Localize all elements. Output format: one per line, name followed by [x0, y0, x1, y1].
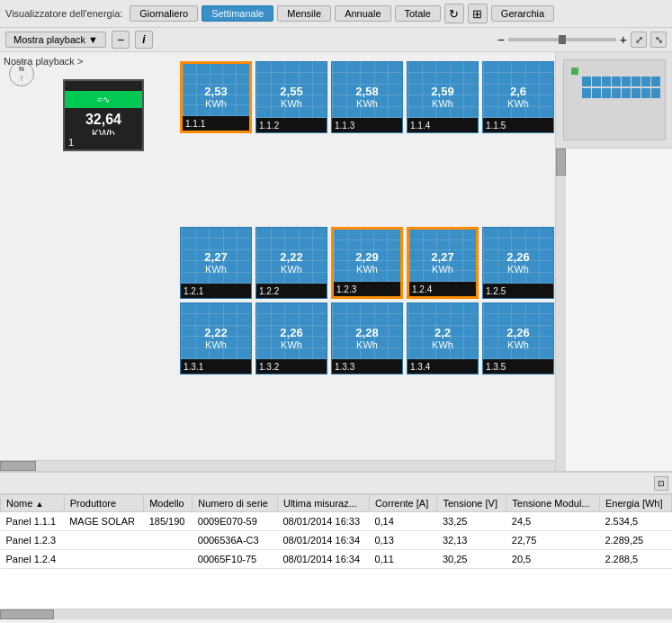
data-table: Nome ▲ Produttore Modello Numero di seri… — [0, 494, 672, 569]
table-cell-5: 0,14 — [369, 512, 437, 531]
panel-row-1: 2,53 KWh 1.1.1 2,55 KWh 1.1.2 2,58 KWh 1… — [180, 61, 555, 133]
fit-view-button[interactable]: ⤢ — [631, 32, 647, 48]
col-tensione-mod[interactable]: Tensione Modul... — [506, 495, 600, 512]
device-status-bar: ≈∿ — [65, 91, 142, 108]
table-cell-2 — [144, 550, 193, 569]
table-cell-6: 33,25 — [437, 512, 506, 531]
panel-1-1-1[interactable]: 2,53 KWh 1.1.1 — [180, 61, 252, 133]
panel-1-3-5[interactable]: 2,26 KWh 1.3.5 — [482, 302, 554, 375]
hierarchy-button[interactable]: Gerarchia — [491, 5, 554, 22]
panel-row-2: 2,27 KWh 1.2.1 2,22 KWh 1.2.2 2,29 KWh 1… — [180, 227, 555, 299]
col-energia[interactable]: Energia [Wh] — [599, 495, 671, 512]
tab-mensile[interactable]: Mensile — [277, 5, 331, 22]
panel-1-3-4[interactable]: 2,2 KWh 1.3.4 — [407, 302, 479, 375]
panel-row-3: 2,22 KWh 1.3.1 2,26 KWh 1.3.2 2,28 KWh 1… — [180, 302, 555, 375]
table-row[interactable]: Panel 1.1.1MAGE SOLAR185/1900009E070-590… — [1, 512, 672, 531]
playback-arrow-icon: ▼ — [88, 34, 98, 45]
refresh-button[interactable]: ↻ — [444, 4, 464, 23]
table-cell-8: 2.289,25 — [599, 531, 671, 550]
table-cell-2 — [144, 531, 193, 550]
table-cell-3: 0009E070-59 — [193, 512, 278, 531]
table-cell-8: 2.534,5 — [599, 512, 671, 531]
table-cell-1 — [64, 531, 144, 550]
horizontal-table-scrollbar[interactable] — [0, 609, 672, 619]
tab-totale[interactable]: Totale — [395, 5, 441, 22]
table-cell-7: 22,75 — [506, 531, 600, 550]
scrollbar-thumb[interactable] — [556, 149, 566, 176]
panel-1-2-3[interactable]: 2,29 KWh 1.2.3 — [331, 227, 403, 299]
map-plus-icon: + — [620, 32, 627, 47]
horizontal-scrollbar[interactable] — [0, 460, 555, 471]
table-cell-5: 0,13 — [369, 531, 437, 550]
panel-1-3-1[interactable]: 2,22 KWh 1.3.1 — [180, 302, 252, 375]
device-wave-icon: ≈∿ — [97, 95, 110, 104]
panel-1-1-5[interactable]: 2,6 KWh 1.1.5 — [482, 61, 554, 133]
table-cell-8: 2.288,5 — [599, 550, 671, 569]
layout-button[interactable]: ⊞ — [468, 4, 488, 23]
table-cell-4: 08/01/2014 16:34 — [277, 531, 369, 550]
zoom-minus-button[interactable]: − — [112, 31, 130, 49]
table-cell-7: 24,5 — [506, 512, 600, 531]
table-cell-0: Panel 1.2.3 — [1, 531, 65, 550]
panel-1-1-4[interactable]: 2,59 KWh 1.1.4 — [407, 61, 479, 133]
col-produttore[interactable]: Produttore — [64, 495, 144, 512]
panel-1-3-3[interactable]: 2,28 KWh 1.3.3 — [331, 302, 403, 375]
table-cell-0: Panel 1.2.4 — [1, 550, 65, 569]
panels-container: 2,53 KWh 1.1.1 2,55 KWh 1.1.2 2,58 KWh 1… — [180, 61, 555, 378]
main-toolbar: Visualizzatore dell'energia: Giornaliero… — [0, 0, 672, 28]
col-modello[interactable]: Modello — [144, 495, 193, 512]
panel-1-1-2[interactable]: 2,55 KWh 1.1.2 — [255, 61, 327, 133]
device-value: 32,64 — [85, 112, 121, 128]
playback-button[interactable]: Mostra playback ▼ — [5, 32, 106, 48]
table-cell-3: 0006536A-C3 — [193, 531, 278, 550]
panel-1-3-2[interactable]: 2,26 KWh 1.3.2 — [255, 302, 327, 375]
map-minus-icon: − — [497, 32, 505, 47]
expand-view-button[interactable]: ⤡ — [650, 32, 667, 48]
table-row[interactable]: Panel 1.2.30006536A-C308/01/2014 16:340,… — [1, 531, 672, 550]
table-cell-4: 08/01/2014 16:33 — [277, 512, 369, 531]
table-cell-1: MAGE SOLAR — [64, 512, 144, 531]
table-cell-2: 185/190 — [144, 512, 193, 531]
table-cell-1 — [64, 550, 144, 569]
main-area: Nostra playback > N ↑ ≈∿ 32,64 KWh 1 2,5… — [0, 52, 672, 471]
col-tensione[interactable]: Tensione [V] — [437, 495, 506, 512]
table-cell-4: 08/01/2014 16:34 — [277, 550, 369, 569]
panel-1-2-5[interactable]: 2,26 KWh 1.2.5 — [482, 227, 554, 299]
toolbar2: Mostra playback ▼ − i − + ⤢ ⤡ — [0, 28, 672, 52]
table-cell-5: 0,11 — [369, 550, 437, 569]
col-ultima[interactable]: Ultima misuraz... — [277, 495, 369, 512]
device-id: 1 — [65, 135, 142, 149]
app-title: Visualizzatore dell'energia: — [5, 8, 122, 19]
tab-settimanale[interactable]: Settimanale — [202, 5, 273, 22]
info-button[interactable]: i — [135, 31, 153, 49]
minimap-inner — [563, 59, 666, 140]
panel-1-2-2[interactable]: 2,22 KWh 1.2.2 — [255, 227, 327, 299]
col-serial[interactable]: Numero di serie — [193, 495, 278, 512]
playback-label: Mostra playback — [13, 34, 85, 45]
col-corrente[interactable]: Corrente [A] — [369, 495, 437, 512]
panel-1-1-3[interactable]: 2,58 KWh 1.1.3 — [331, 61, 403, 133]
canvas-area: Nostra playback > N ↑ ≈∿ 32,64 KWh 1 2,5… — [0, 52, 555, 471]
table-cell-0: Panel 1.1.1 — [1, 512, 65, 531]
tab-giornaliero[interactable]: Giornaliero — [130, 5, 198, 22]
bottom-table-area: ⊡ Nome ▲ Produttore Modello Numero di se… — [0, 471, 672, 619]
column-resize-button[interactable]: ⊡ — [654, 476, 668, 491]
table-cell-6: 30,25 — [437, 550, 506, 569]
col-nome[interactable]: Nome ▲ — [1, 495, 65, 512]
table-scrollbar-thumb[interactable] — [0, 609, 54, 619]
panel-1-2-1[interactable]: 2,27 KWh 1.2.1 — [180, 227, 252, 299]
nostra-playback-label: Nostra playback > — [4, 56, 83, 67]
sort-arrow-nome: ▲ — [35, 500, 43, 509]
table-cell-3: 00065F10-75 — [193, 550, 278, 569]
minimap-dot — [571, 68, 578, 75]
minimap — [555, 52, 672, 149]
table-cell-6: 32,13 — [437, 531, 506, 550]
main-device-block[interactable]: ≈∿ 32,64 KWh 1 — [63, 79, 144, 151]
minimap-panels — [582, 77, 660, 99]
vertical-scrollbar[interactable] — [555, 149, 566, 471]
panel-1-2-4[interactable]: 2,27 KWh 1.2.4 — [407, 227, 479, 299]
table-cell-7: 20,5 — [506, 550, 600, 569]
tab-annuale[interactable]: Annuale — [335, 5, 390, 22]
table-toolbar: ⊡ — [0, 473, 672, 494]
table-row[interactable]: Panel 1.2.400065F10-7508/01/2014 16:340,… — [1, 550, 672, 569]
